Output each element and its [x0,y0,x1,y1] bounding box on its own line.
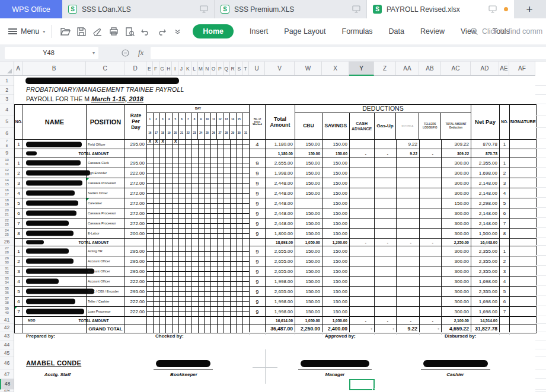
header-rate-per-day[interactable]: RatePerDay [125,105,147,139]
row-header-31-32[interactable]: 3132 [0,266,14,276]
cell-employee-name[interactable] [23,287,87,296]
cell-tellers[interactable] [420,208,442,218]
cell-day-1[interactable]: X [147,140,154,149]
cell-day-9[interactable] [199,239,205,246]
cell-signature[interactable] [510,297,536,306]
row-header-18-19[interactable]: 1819 [0,198,14,208]
cell-day-3[interactable] [160,324,167,333]
cell-day-8[interactable] [192,277,199,286]
column-header-C[interactable]: C [86,62,124,75]
header-name[interactable]: NAME [23,105,87,139]
cell-net-pay[interactable]: 2,355.00 [471,158,500,168]
cell-day-1[interactable] [147,266,154,276]
cell-day-15[interactable] [237,277,243,286]
cell-day-2[interactable] [154,256,160,266]
cell-day-7[interactable] [186,246,192,256]
cell-day-4[interactable] [166,149,173,158]
cell-day-1[interactable] [147,158,154,168]
cell-day-15[interactable] [237,188,243,198]
cell-signature[interactable] [510,246,536,256]
cell-day-1[interactable] [147,229,154,238]
cell-blank[interactable] [125,324,147,333]
cell-days-worked[interactable]: 4 [250,140,266,149]
cell-day-8[interactable] [192,178,199,188]
cell-day-7[interactable] [186,198,192,208]
cell-total-deduction[interactable]: 300.00 [442,246,471,256]
cell-seq-no[interactable]: 2 [500,168,510,178]
row-header-48[interactable]: 48 [0,379,14,390]
cell-rate[interactable]: 272.00 [125,188,147,198]
cell-day-11[interactable] [211,229,218,238]
cell-day-15[interactable] [237,219,243,228]
cell-day-8[interactable] [192,246,199,256]
cell-tellers[interactable] [420,256,442,266]
cell-day-8[interactable] [192,256,199,266]
cell-days-worked[interactable]: 9 [250,229,266,238]
cell-day-11[interactable] [211,198,218,208]
cell-day-3[interactable] [160,168,167,178]
cell-position[interactable]: Agri-Encoder [87,168,125,178]
row-header-9[interactable]: 9 [0,149,14,158]
column-header-F[interactable]: F [153,62,159,75]
cell-motorela[interactable] [397,287,420,296]
cell-total-deduction[interactable]: 300.00 [442,287,471,296]
cell-total-deduction[interactable]: 300.00 [442,229,471,238]
cell-tellers[interactable] [420,229,442,238]
cell-day-11[interactable] [211,266,218,276]
cell-day-9[interactable] [199,208,205,218]
cell-cash-advance[interactable] [350,266,375,276]
cell-day-16[interactable] [243,198,250,208]
cell-motorela[interactable] [397,219,420,228]
cell-tellers[interactable] [420,198,442,208]
cell-cbu[interactable]: 150.00 [295,208,323,218]
cell-employee-name[interactable] [23,297,87,306]
cell-day-13[interactable] [224,158,231,168]
cell-signature[interactable] [510,208,536,218]
cell-day-2[interactable]: X [154,140,160,149]
cell-day-1[interactable] [147,219,154,228]
cell-day-3[interactable] [160,239,167,246]
cell-total[interactable]: 2,655.00 [266,256,295,266]
cell-day-10[interactable] [205,168,211,178]
cell-employee-name[interactable] [23,188,87,198]
cell-day-13[interactable] [224,297,231,306]
cell-total[interactable]: 2,448.00 [266,208,295,218]
cell-day-15[interactable] [237,229,243,238]
formula-input[interactable] [151,47,546,59]
cell-position[interactable]: Cassava Clerk [87,158,125,168]
cell-employee-name[interactable] [23,168,87,178]
cell-total-label[interactable]: TOTAL AMOUNT [87,317,125,324]
cell-entry-no[interactable]: 1 [15,158,23,168]
cell-day-14[interactable] [231,198,237,208]
cell-day-9[interactable] [199,168,205,178]
cell-employee-name[interactable] [23,140,87,149]
cell-day-11[interactable] [211,208,218,218]
cell-day-5[interactable] [173,168,179,178]
cell-savings[interactable]: 150.00 [323,198,350,208]
cell-day-7[interactable] [186,277,192,286]
cell-day-15[interactable] [237,208,243,218]
cell-day-1[interactable] [147,149,154,158]
cell-day-5[interactable] [173,178,179,188]
cell-day-9[interactable] [199,149,205,158]
cell-entry-no[interactable]: 4 [15,277,23,286]
cell-day-16[interactable] [243,266,250,276]
cell-gas-up[interactable] [375,287,397,296]
cell-day-11[interactable] [211,188,218,198]
fill-handle[interactable] [372,388,375,391]
cell-signature[interactable] [510,307,536,316]
cell-day-6[interactable] [179,324,186,333]
cell-day-2[interactable] [154,287,160,296]
cell-savings[interactable]: 150.00 [323,188,350,198]
cell-day-6[interactable] [179,317,186,324]
cell-rate[interactable]: 272.00 [125,208,147,218]
cell-total[interactable]: 1,998.00 [266,307,295,316]
redo-button[interactable] [154,24,170,39]
row-header-35-36[interactable]: 3536 [0,286,14,296]
cell-day-4[interactable] [166,297,173,306]
cell-day-2[interactable] [154,219,160,228]
cell-cash-advance[interactable] [350,168,375,178]
cell-day-7[interactable] [186,219,192,228]
cell-day-14[interactable] [231,219,237,228]
cell-day-1[interactable] [147,178,154,188]
